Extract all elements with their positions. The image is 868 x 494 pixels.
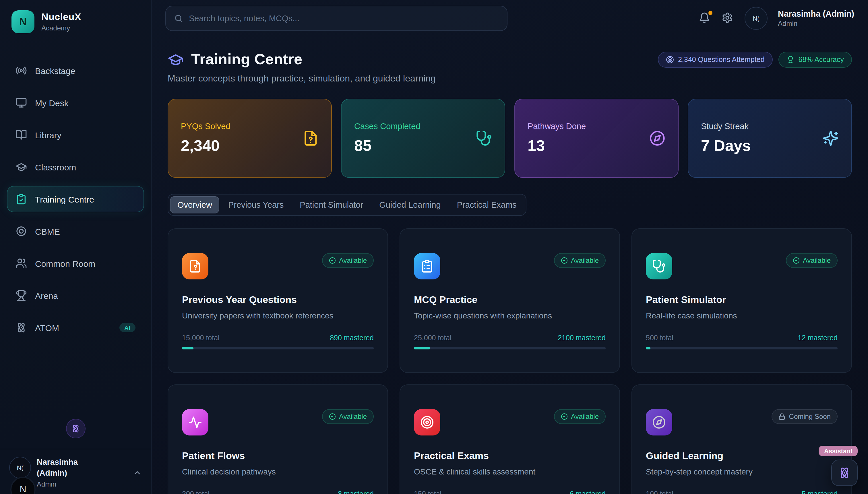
stat-value: 13 [528,137,586,155]
card-description: Real-life case simulations [646,311,837,320]
topbar: N( Narasimha (Admin) Admin [151,0,868,37]
lock-icon [779,413,786,420]
tab-previous-years[interactable]: Previous Years [221,196,291,213]
tab-practical-exams[interactable]: Practical Exams [449,196,524,213]
tab-patient-simulator[interactable]: Patient Simulator [292,196,371,213]
gear-icon [722,12,733,23]
card-previous-year-questions[interactable]: Available Previous Year Questions Univer… [168,228,388,373]
app: N NucleuX Academy Backstage My Desk Libr… [0,0,868,494]
avatar[interactable]: N( [744,7,768,30]
mastered-count: 6 mastered [570,490,606,494]
assistant-widget: Assistant [819,446,858,486]
topbar-user-name: Narasimha (Admin) [778,9,854,18]
stethoscope-icon [646,253,672,280]
card-title: MCQ Practice [414,294,606,306]
card-patient-simulator[interactable]: Available Patient Simulator Real-life ca… [631,228,852,373]
sidebar-item-label: My Desk [35,98,69,108]
assistant-label: Assistant [819,446,858,456]
card-title: Patient Simulator [646,294,837,306]
graduation-cap-icon [16,161,27,173]
status-badge: Available [554,409,606,424]
card-description: University papers with textbook referenc… [182,311,374,320]
status-badge: Available [322,253,374,268]
tab-guided-learning[interactable]: Guided Learning [372,196,448,213]
sidebar-item-label: Arena [35,291,58,300]
clipboard-check-icon [16,193,27,205]
stat-label: Pathways Done [528,122,586,131]
card-mcq-practice[interactable]: Available MCQ Practice Topic-wise questi… [400,228,620,373]
file-question-icon [182,253,208,280]
page-subtitle: Master concepts through practice, simula… [168,73,852,84]
page-header: Training Centre 2,340 Questions Attempte… [168,51,852,68]
card-description: Step-by-step concept mastery [646,467,837,476]
main: N( Narasimha (Admin) Admin Training Cent… [151,0,868,494]
content: Training Centre 2,340 Questions Attempte… [151,37,868,494]
sidebar-item-common-room[interactable]: Common Room [7,250,144,277]
mastered-count: 890 mastered [330,334,374,342]
feature-cards: Available Previous Year Questions Univer… [168,228,852,494]
brand-subtitle: Academy [41,24,81,32]
sidebar-spacer [0,343,151,419]
sidebar-item-library[interactable]: Library [7,122,144,148]
sidebar-item-backstage[interactable]: Backstage [7,57,144,84]
sidebar-item-my-desk[interactable]: My Desk [7,90,144,116]
questions-attempted-badge: 2,340 Questions Attempted [658,51,773,68]
tab-overview[interactable]: Overview [170,196,220,213]
target-icon [414,409,440,436]
ai-badge: AI [119,323,135,332]
total-count: 15,000 total [182,334,220,342]
status-badge: Coming Soon [772,409,837,424]
notifications-button[interactable] [699,12,711,25]
stats-row: PYQs Solved 2,340 Cases Completed 85 Pat… [168,99,852,178]
sidebar-nav: Backstage My Desk Library Classroom Trai… [0,42,151,343]
target-icon [666,55,674,63]
settings-button[interactable] [722,12,734,25]
notification-dot [708,11,713,15]
stat-label: Study Streak [701,122,751,131]
card-description: Topic-wise questions with explanations [414,311,606,320]
stat-card-cases-completed: Cases Completed 85 [341,99,505,178]
status-badge: Available [786,253,837,268]
sidebar-item-label: CBME [35,226,60,236]
graduation-cap-icon [168,51,184,68]
sidebar-item-classroom[interactable]: Classroom [7,154,144,180]
sidebar-item-cbme[interactable]: CBME [7,218,144,244]
sidebar-item-atom[interactable]: ATOM AI [7,315,144,341]
radio-icon [16,65,27,76]
sidebar-item-training-centre[interactable]: Training Centre [7,186,144,212]
tab-bar: Overview Previous Years Patient Simulato… [168,194,527,216]
check-circle-icon [560,257,568,264]
assistant-button[interactable] [831,460,858,486]
total-count: 150 total [414,490,441,494]
total-count: 100 total [646,490,673,494]
chevron-up-icon[interactable] [133,468,142,477]
sidebar-item-label: ATOM [35,323,59,332]
atom-icon [16,322,27,334]
sidebar-assistant-button[interactable] [66,419,85,438]
sidebar-item-label: Backstage [35,66,75,75]
sidebar-item-arena[interactable]: Arena [7,282,144,309]
sidebar-item-label: Common Room [35,259,95,268]
book-open-icon [16,129,27,140]
file-question-icon [302,130,319,146]
card-title: Previous Year Questions [182,294,374,306]
brand-text: NucleuX Academy [41,12,81,32]
search-input[interactable] [189,14,499,23]
search-bar [165,6,507,31]
atom-icon [71,424,80,433]
mastered-count: 5 mastered [802,490,837,494]
award-icon [787,55,795,63]
card-patient-flows[interactable]: Available Patient Flows Clinical decisio… [168,384,388,494]
monitor-icon [16,97,27,109]
sidebar-user-name: Narasimha (Admin) [37,457,110,478]
sidebar-user-role: Admin [37,480,110,488]
progress-bar [182,347,374,349]
compass-icon [646,409,672,436]
sidebar-item-label: Classroom [35,162,76,172]
compass-icon [649,130,665,146]
card-title: Practical Exams [414,450,606,462]
topbar-user-role: Admin [778,19,854,27]
accuracy-badge: 68% Accuracy [778,51,852,68]
total-count: 500 total [646,334,673,342]
card-practical-exams[interactable]: Available Practical Exams OSCE & clinica… [400,384,620,494]
